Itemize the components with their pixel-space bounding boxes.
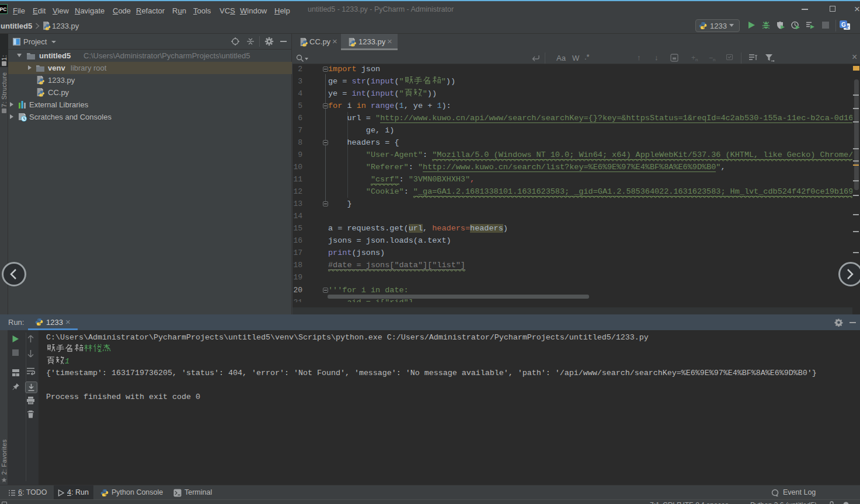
- svg-text:G: G: [841, 22, 846, 28]
